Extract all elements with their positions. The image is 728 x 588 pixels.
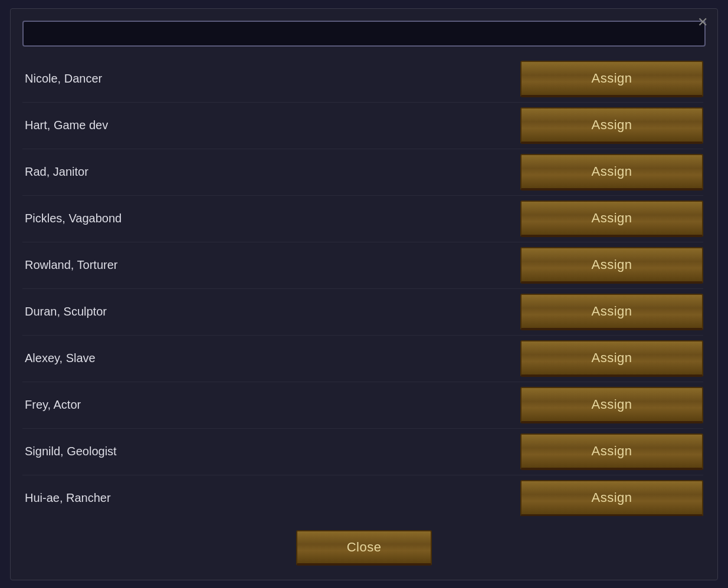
people-list-container: Nicole, DancerAssignHart, Game devAssign…: [22, 56, 706, 516]
person-name: Alexey, Slave: [22, 352, 520, 365]
assign-button[interactable]: Assign: [520, 107, 703, 144]
assign-button[interactable]: Assign: [520, 294, 703, 330]
close-button[interactable]: Close: [296, 530, 432, 566]
list-item: Rowland, TorturerAssign: [22, 242, 703, 289]
list-item: Signild, GeologistAssign: [22, 429, 703, 475]
assign-button[interactable]: Assign: [520, 201, 703, 237]
person-name: Hui-ae, Rancher: [22, 491, 520, 505]
people-list-scroll[interactable]: Nicole, DancerAssignHart, Game devAssign…: [22, 56, 706, 516]
search-input[interactable]: [22, 21, 706, 47]
person-name: Nicole, Dancer: [22, 72, 520, 86]
assign-button[interactable]: Assign: [520, 340, 703, 377]
list-item: Frey, ActorAssign: [22, 382, 703, 429]
person-name: Rowland, Torturer: [22, 258, 520, 272]
assign-dialog: ✕ Nicole, DancerAssignHart, Game devAssi…: [10, 8, 718, 580]
person-name: Frey, Actor: [22, 398, 520, 412]
assign-button[interactable]: Assign: [520, 247, 703, 284]
assign-button[interactable]: Assign: [520, 154, 703, 190]
assign-button[interactable]: Assign: [520, 480, 703, 516]
list-item: Alexey, SlaveAssign: [22, 336, 703, 382]
assign-button[interactable]: Assign: [520, 433, 703, 470]
list-item: Hart, Game devAssign: [22, 103, 703, 149]
person-name: Hart, Game dev: [22, 119, 520, 132]
person-name: Duran, Sculptor: [22, 305, 520, 318]
person-name: Pickles, Vagabond: [22, 212, 520, 225]
assign-button[interactable]: Assign: [520, 387, 703, 423]
list-item: Duran, SculptorAssign: [22, 289, 703, 336]
list-item: Rad, JanitorAssign: [22, 149, 703, 196]
person-name: Rad, Janitor: [22, 165, 520, 179]
close-x-button[interactable]: ✕: [697, 16, 708, 29]
list-item: Nicole, DancerAssign: [22, 56, 703, 103]
list-item: Pickles, VagabondAssign: [22, 196, 703, 242]
person-name: Signild, Geologist: [22, 445, 520, 458]
list-item: Hui-ae, RancherAssign: [22, 475, 703, 516]
assign-button[interactable]: Assign: [520, 61, 703, 97]
dialog-footer: Close: [22, 525, 706, 568]
